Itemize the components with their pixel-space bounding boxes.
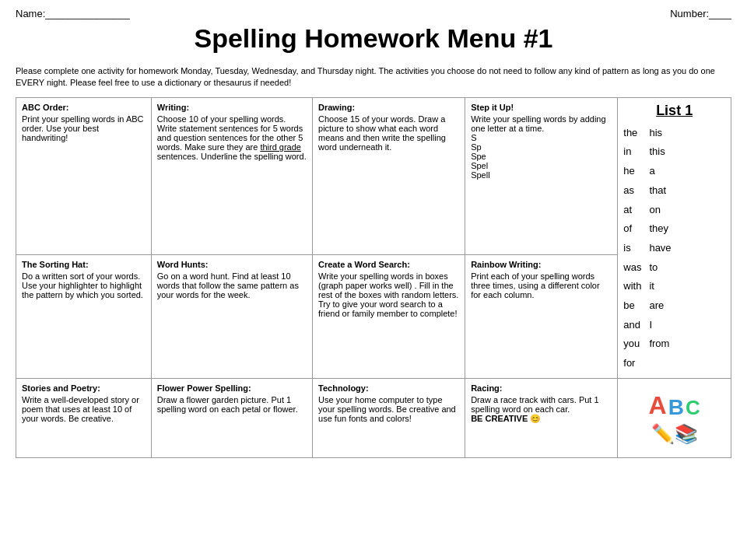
activity-sorting-hat: The Sorting Hat: Do a written sort of yo… bbox=[16, 254, 152, 378]
activity-title: Rainbow Writing: bbox=[471, 260, 612, 269]
activities-table: ABC Order: Print your spelling words in … bbox=[16, 97, 731, 458]
letter-b: B bbox=[668, 395, 684, 420]
activity-body: Write your spelling words by adding one … bbox=[471, 114, 605, 180]
activity-body: Print each of your spelling words three … bbox=[471, 271, 600, 299]
table-row: ABC Order: Print your spelling words in … bbox=[16, 97, 731, 254]
activity-body: Go on a word hunt. Find at least 10 word… bbox=[157, 271, 299, 299]
activity-title: Writing: bbox=[157, 103, 307, 112]
activity-writing: Writing: Choose 10 of your spelling word… bbox=[151, 97, 312, 254]
activity-title: Stories and Poetry: bbox=[22, 383, 146, 393]
activity-body: Do a written sort of your words. Use you… bbox=[22, 271, 143, 299]
list1-words: the in he as at of is was with be and yo… bbox=[623, 124, 725, 373]
activity-racing: Racing: Draw a race track with cars. Put… bbox=[465, 378, 618, 457]
activity-title: Racing: bbox=[471, 383, 612, 393]
activity-body: Choose 10 of your spelling words. Write … bbox=[157, 114, 307, 161]
activity-word-search: Create a Word Search: Write your spellin… bbox=[313, 254, 465, 378]
activity-title: Flower Power Spelling: bbox=[157, 383, 307, 393]
activity-body: Choose 15 of your words. Draw a picture … bbox=[318, 114, 446, 152]
activity-body: Draw a race track with cars. Put 1 spell… bbox=[471, 395, 598, 423]
activity-title: Word Hunts: bbox=[157, 260, 307, 269]
activity-stories-poetry: Stories and Poetry: Write a well-develop… bbox=[16, 378, 152, 457]
activity-title: Technology: bbox=[318, 383, 459, 393]
activity-drawing: Drawing: Choose 15 of your words. Draw a… bbox=[313, 97, 465, 254]
list1-col2: his this a that on they have to it are I… bbox=[649, 124, 671, 373]
activity-word-hunts: Word Hunts: Go on a word hunt. Find at l… bbox=[151, 254, 312, 378]
abc-graphic: A B C ✏️📚 bbox=[623, 383, 725, 453]
letter-a: A bbox=[649, 391, 667, 420]
activity-abc-order: ABC Order: Print your spelling words in … bbox=[16, 97, 152, 254]
pencil-icon: ✏️📚 bbox=[627, 423, 721, 445]
activity-body: Draw a flower garden picture. Put 1 spel… bbox=[157, 395, 298, 414]
activity-body: Use your home computer to type your spel… bbox=[318, 395, 456, 423]
instructions: Please complete one activity for homewor… bbox=[16, 65, 731, 89]
activity-title: The Sorting Hat: bbox=[22, 260, 146, 269]
table-row: Stories and Poetry: Write a well-develop… bbox=[16, 378, 731, 457]
letter-c: C bbox=[686, 396, 700, 420]
activity-title: Drawing: bbox=[318, 103, 459, 112]
activity-title: ABC Order: bbox=[22, 103, 146, 112]
activity-flower-power: Flower Power Spelling: Draw a flower gar… bbox=[151, 378, 312, 457]
list1-header: List 1 bbox=[623, 103, 725, 119]
list1-cell: List 1 the in he as at of is was with be… bbox=[618, 97, 731, 378]
number-label: Number:____ bbox=[670, 8, 731, 19]
abc-image-cell: A B C ✏️📚 bbox=[618, 378, 731, 457]
activity-step-it-up: Step it Up! Write your spelling words by… bbox=[465, 97, 618, 254]
name-label: Name:_______________ bbox=[16, 8, 130, 19]
activity-rainbow-writing: Rainbow Writing: Print each of your spel… bbox=[465, 254, 618, 378]
list1-col1: the in he as at of is was with be and yo… bbox=[623, 124, 641, 373]
activity-body: Write your spelling words in boxes (grap… bbox=[318, 271, 458, 318]
activity-title: Step it Up! bbox=[471, 103, 612, 112]
activity-body: Print your spelling words in ABC order. … bbox=[22, 114, 144, 142]
activity-title: Create a Word Search: bbox=[318, 260, 459, 269]
activity-body: Write a well-developed story or poem tha… bbox=[22, 395, 139, 423]
activity-technology: Technology: Use your home computer to ty… bbox=[313, 378, 465, 457]
